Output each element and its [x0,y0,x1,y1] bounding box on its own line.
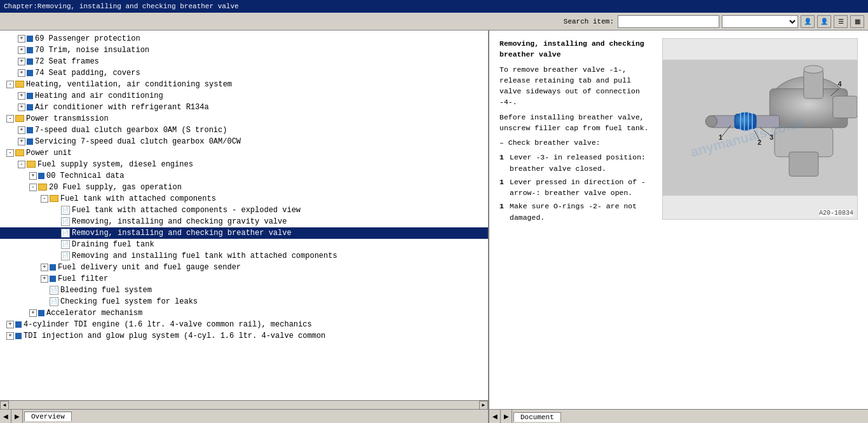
tree-item[interactable]: +69 Passenger protection [0,33,488,44]
expand-icon[interactable]: + [6,321,14,328]
tree-item[interactable]: -20 Fuel supply, gas operation [0,182,488,193]
search-input[interactable] [618,15,719,28]
svg-rect-9 [735,114,756,129]
expand-icon[interactable]: + [18,46,25,54]
search-label: Search item: [564,18,614,25]
tree-item[interactable]: +Fuel delivery unit and fuel gauge sende… [0,262,488,273]
user-icon-btn-2[interactable]: 👤 [817,15,831,28]
horizontal-scrollbar[interactable]: ◀ ▶ [0,400,488,409]
tree-item[interactable]: -Heating, ventilation, air conditioning … [0,79,488,90]
tree-item[interactable]: +00 Technical data [0,170,488,182]
tree-item[interactable]: +4-cylinder TDI engine (1.6 ltr. 4-valve… [0,319,488,330]
tree-item[interactable]: +Heating and air conditioning [0,90,488,102]
para-3: – Check breather valve: [499,137,652,148]
overview-tab[interactable]: Overview [24,412,72,421]
menu-icon-btn[interactable]: ☰ [834,15,848,28]
expand-icon[interactable]: + [18,104,25,111]
expand-icon[interactable]: + [29,309,37,317]
doc-icon: 📄 [50,297,58,306]
scroll-track [9,402,479,408]
tree-item[interactable]: +7-speed dual clutch gearbox 0AM (S tron… [0,124,488,136]
expand-icon[interactable]: - [6,115,14,123]
tree-scroll[interactable]: +69 Passenger protection+70 Trim, noise … [0,30,488,400]
scroll-left-btn[interactable]: ◀ [0,401,9,410]
blue-icon [27,47,33,53]
svg-text:4: 4 [837,80,841,88]
tree-item-label: Bleeding fuel system [60,286,152,295]
tree-item-label: Heating and air conditioning [35,91,163,100]
tree-item-label: Checking fuel system for leaks [60,297,198,306]
expand-icon[interactable]: + [41,275,48,283]
tree-item[interactable]: +Air conditioner with refrigerant R134a [0,102,488,113]
tree-item-label: Removing and installing fuel tank with a… [72,252,337,260]
tree-item[interactable]: 📄Bleeding fuel system [0,285,488,296]
tree-item-label: Fuel filter [58,274,108,283]
tree-item-label: 69 Passenger protection [35,34,140,43]
more-icon-btn[interactable]: ▦ [850,15,864,28]
folder-icon [50,195,58,202]
expand-icon[interactable]: - [6,81,14,88]
scroll-right-btn[interactable]: ▶ [479,401,488,410]
tree-item-label: 00 Technical data [46,171,124,180]
blue-icon [27,58,33,65]
search-select[interactable] [722,15,798,28]
expand-icon[interactable]: + [18,126,25,134]
blue-icon [50,264,56,271]
tree-item[interactable]: 📄Removing and installing fuel tank with … [0,250,488,262]
expand-icon[interactable]: - [18,161,25,168]
blue-icon [27,127,33,133]
tree-item[interactable]: +70 Trim, noise insulation [0,44,488,56]
expand-icon[interactable]: - [41,195,48,203]
doc-nav-left-btn[interactable]: ◀ [489,410,501,423]
expand-icon[interactable]: + [29,172,37,180]
nav-left-btn[interactable]: ◀ [0,410,11,423]
tree-item[interactable]: 📄Removing, installing and checking breat… [0,227,488,239]
tree-item[interactable]: -Fuel supply system, diesel engines [0,159,488,170]
blue-icon [27,138,33,145]
tree-item[interactable]: 📄Removing, installing and checking gravi… [0,216,488,227]
expand-icon[interactable]: + [18,92,25,100]
tree-item[interactable]: +72 Seat frames [0,56,488,67]
tree-item-label: Air conditioner with refrigerant R134a [35,103,209,112]
expand-icon[interactable]: + [18,69,25,77]
tree-item-label: Power transmission [26,114,109,123]
tree-item[interactable]: +Accelerator mechanism [0,307,488,319]
main-layout: +69 Passenger protection+70 Trim, noise … [0,30,868,409]
title-text: Chapter:Removing, installing and checkin… [4,3,239,10]
tree-item-label: Fuel tank with attached components [60,194,216,203]
doc-icon: 📄 [61,229,70,238]
blue-icon [38,173,44,179]
expand-icon[interactable]: + [18,58,25,65]
user-icon-btn-1[interactable]: 👤 [801,15,815,28]
tree-item[interactable]: +74 Seat padding, covers [0,67,488,79]
tree-item-label: 4-cylinder TDI engine (1.6 ltr. 4-valve … [24,320,312,329]
tree-item[interactable]: +Servicing 7-speed dual clutch gearbox 0… [0,136,488,147]
tree-item[interactable]: +TDI injection and glow plug system (4-c… [0,330,488,342]
tree-item[interactable]: 📄Checking fuel system for leaks [0,296,488,307]
expand-icon[interactable]: + [18,35,25,43]
tree-item-label: 20 Fuel supply, gas operation [49,183,182,192]
expand-icon[interactable]: + [18,138,25,145]
tree-item-label: 70 Trim, noise insulation [35,46,149,55]
tree-item[interactable]: -Power unit [0,147,488,159]
tree-item[interactable]: -Power transmission [0,113,488,124]
tree-item[interactable]: 📄Draining fuel tank [0,239,488,250]
doc-nav-right-btn[interactable]: ▶ [501,410,512,423]
tree-item[interactable]: +Fuel filter [0,273,488,285]
expand-icon[interactable]: + [6,332,14,340]
toolbar: Search item: 👤 👤 ☰ ▦ [0,13,868,30]
document-tab[interactable]: Document [513,412,561,422]
text-content: Removing, installing and checking breath… [499,38,652,401]
tree-item[interactable]: -Fuel tank with attached components [0,193,488,205]
tree-item-label: Removing, installing and checking breath… [72,229,292,238]
tree-item[interactable]: 📄Fuel tank with attached components - ex… [0,205,488,216]
tree-item-label: 72 Seat frames [35,57,99,66]
blue-icon [27,104,33,111]
expand-icon[interactable]: + [41,264,48,271]
section-title: Removing, installing and checking breath… [499,38,652,60]
expand-icon[interactable]: - [29,184,37,191]
expand-icon[interactable]: - [6,149,14,157]
nav-right-btn[interactable]: ▶ [11,410,23,423]
folder-icon [15,115,24,122]
doc-icon: 📄 [61,240,70,249]
